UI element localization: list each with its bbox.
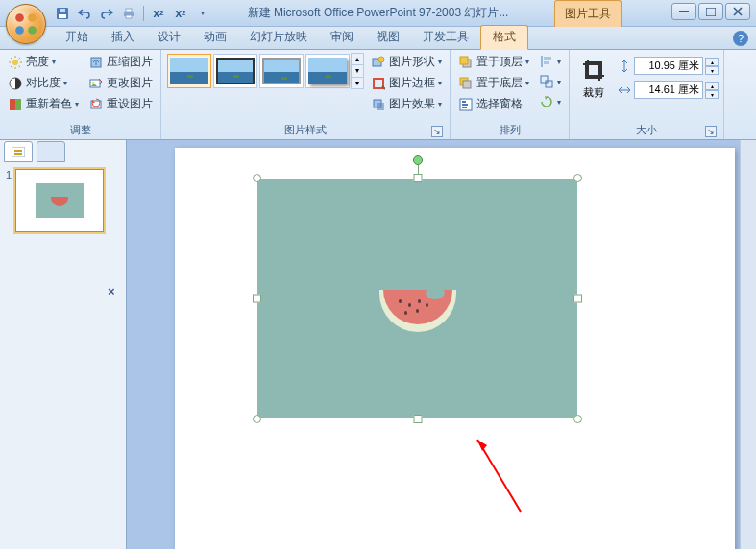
- crop-icon: [578, 55, 609, 85]
- vertical-scrollbar[interactable]: [740, 140, 756, 549]
- tab-animations[interactable]: 动画: [192, 26, 238, 49]
- brightness-button[interactable]: 亮度▾: [5, 53, 82, 71]
- height-up[interactable]: ▴: [705, 58, 719, 66]
- crop-label: 裁剪: [583, 85, 604, 100]
- subscript-icon[interactable]: x2: [172, 5, 189, 22]
- group-styles-title: 图片样式↘: [166, 121, 445, 139]
- width-down[interactable]: ▾: [705, 90, 719, 99]
- recolor-button[interactable]: 重新着色▾: [5, 95, 82, 113]
- send-back-button[interactable]: 置于底层▾: [455, 74, 532, 92]
- svg-line-19: [11, 65, 12, 67]
- group-adjust-title: 调整: [5, 121, 156, 139]
- crop-button[interactable]: 裁剪: [574, 53, 613, 102]
- width-input[interactable]: [634, 81, 703, 99]
- handle-br[interactable]: [573, 415, 582, 423]
- reset-picture-button[interactable]: 重设图片: [85, 95, 156, 113]
- selection-pane-button[interactable]: 选择窗格: [455, 95, 532, 113]
- style-item-1[interactable]: [167, 54, 211, 88]
- style-item-4[interactable]: [305, 54, 350, 88]
- redo-icon[interactable]: [98, 5, 115, 22]
- picture-effects-label: 图片效果: [389, 96, 435, 112]
- close-button[interactable]: [725, 3, 750, 20]
- tab-insert[interactable]: 插入: [100, 26, 146, 49]
- style-item-2[interactable]: [213, 54, 257, 88]
- svg-rect-34: [460, 57, 468, 64]
- tab-slideshow[interactable]: 幻灯片放映: [238, 26, 319, 49]
- slide-canvas-area[interactable]: [127, 140, 740, 549]
- qat-more-icon[interactable]: ▾: [194, 5, 211, 22]
- svg-rect-45: [546, 81, 552, 87]
- maximize-button[interactable]: [698, 3, 723, 20]
- gallery-down-button[interactable]: ▾: [352, 65, 363, 77]
- slide-panel: 1: [0, 140, 127, 549]
- context-tab-picture-tools: 图片工具: [554, 0, 622, 27]
- rotate-button[interactable]: ▾: [536, 93, 564, 110]
- send-back-label: 置于底层: [476, 75, 523, 91]
- gallery-more-button[interactable]: ▾: [352, 78, 363, 88]
- slide-thumbnail-1[interactable]: [15, 169, 104, 232]
- contrast-label: 对比度: [26, 75, 61, 91]
- slide[interactable]: [175, 148, 735, 549]
- group-button[interactable]: ▾: [536, 73, 564, 90]
- watermelon-graphic: [379, 290, 456, 332]
- minimize-button[interactable]: [671, 3, 696, 20]
- handle-ml[interactable]: [253, 295, 261, 303]
- handle-mr[interactable]: [573, 295, 582, 303]
- height-input[interactable]: [634, 57, 703, 75]
- svg-line-20: [19, 58, 21, 60]
- contrast-button[interactable]: 对比度▾: [5, 74, 82, 92]
- outline-tab[interactable]: [37, 141, 65, 162]
- picture-shape-button[interactable]: 图片形状▾: [368, 53, 445, 71]
- tab-view[interactable]: 视图: [365, 26, 411, 49]
- svg-point-26: [92, 82, 94, 84]
- quick-access-toolbar: x2 x2 ▾: [54, 5, 211, 22]
- handle-tm[interactable]: [413, 174, 422, 182]
- tab-format[interactable]: 格式: [480, 25, 528, 50]
- picture-effects-button[interactable]: 图片效果▾: [368, 95, 445, 113]
- svg-line-17: [11, 58, 12, 60]
- picture-border-button[interactable]: 图片边框▾: [368, 74, 445, 92]
- slides-tab[interactable]: [4, 141, 33, 162]
- tab-design[interactable]: 设计: [146, 26, 192, 49]
- tab-developer[interactable]: 开发工具: [411, 26, 480, 49]
- print-icon[interactable]: [120, 5, 137, 22]
- svg-point-12: [12, 60, 18, 65]
- styles-launcher[interactable]: ↘: [431, 126, 443, 137]
- svg-rect-8: [126, 9, 132, 12]
- selection-pane-icon: [458, 97, 474, 112]
- handle-bl[interactable]: [253, 415, 261, 423]
- handle-bm[interactable]: [413, 415, 422, 423]
- size-launcher[interactable]: ↘: [705, 126, 717, 137]
- undo-icon[interactable]: [76, 5, 93, 22]
- office-button[interactable]: [6, 4, 46, 44]
- change-picture-label: 更改图片: [107, 75, 153, 91]
- tab-review[interactable]: 审阅: [319, 26, 365, 49]
- selected-image[interactable]: [257, 179, 577, 418]
- height-down[interactable]: ▾: [705, 66, 719, 75]
- reset-picture-icon: [88, 97, 104, 112]
- style-item-3[interactable]: [259, 54, 304, 88]
- tab-home[interactable]: 开始: [54, 26, 100, 49]
- handle-tl[interactable]: [253, 174, 261, 182]
- superscript-icon[interactable]: x2: [150, 5, 167, 22]
- handle-tr[interactable]: [573, 174, 582, 182]
- width-box: ▴▾: [617, 81, 719, 99]
- rotate-icon: [539, 94, 554, 109]
- close-panel-button[interactable]: ×: [108, 284, 115, 298]
- align-button[interactable]: ▾: [536, 53, 564, 70]
- group-picture-styles: ▴ ▾ ▾ 图片形状▾ 图片边框▾ 图片效果▾ 图片样式↘: [161, 50, 451, 139]
- group-arrange: 置于顶层▾ 置于底层▾ 选择窗格 ▾ ▾ ▾ 排列: [451, 50, 570, 139]
- gallery-up-button[interactable]: ▴: [352, 54, 363, 65]
- help-button[interactable]: ?: [733, 31, 748, 46]
- recolor-icon: [8, 97, 23, 112]
- svg-rect-9: [126, 15, 132, 18]
- compress-label: 压缩图片: [107, 54, 153, 70]
- save-icon[interactable]: [54, 5, 71, 22]
- rotate-handle[interactable]: [413, 155, 423, 165]
- svg-rect-32: [377, 103, 384, 110]
- selection-pane-label: 选择窗格: [476, 96, 523, 112]
- bring-front-button[interactable]: 置于顶层▾: [455, 53, 532, 71]
- compress-button[interactable]: 压缩图片: [85, 53, 156, 71]
- change-picture-button[interactable]: 更改图片: [85, 74, 156, 92]
- width-up[interactable]: ▴: [705, 82, 719, 90]
